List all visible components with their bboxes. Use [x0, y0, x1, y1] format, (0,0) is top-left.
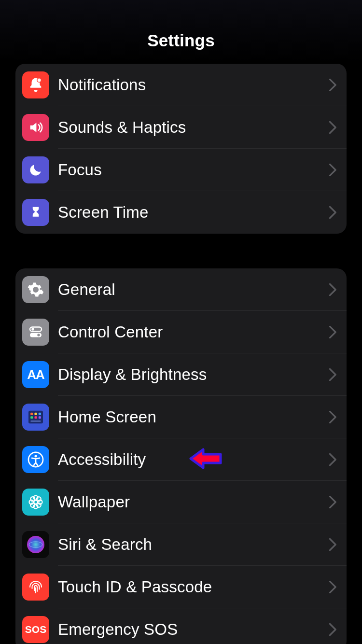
row-label: Emergency SOS: [58, 620, 178, 639]
settings-section-2: General Control Center AA Display & Brig…: [15, 268, 347, 644]
chevron-right-icon: [329, 79, 337, 91]
svg-point-4: [37, 334, 40, 336]
moon-icon: [22, 156, 49, 183]
svg-rect-6: [30, 413, 33, 415]
svg-rect-7: [35, 413, 37, 415]
svg-point-0: [37, 78, 42, 83]
row-notifications[interactable]: Notifications: [15, 64, 347, 106]
row-screen-time[interactable]: Screen Time: [15, 191, 347, 234]
chevron-right-icon: [329, 206, 337, 219]
chevron-right-icon: [329, 581, 337, 593]
flower-icon: [22, 489, 49, 516]
row-touch-id[interactable]: Touch ID & Passcode: [15, 566, 347, 608]
row-accessibility[interactable]: Accessibility: [15, 438, 347, 481]
svg-rect-11: [39, 416, 41, 419]
row-label: Notifications: [58, 76, 146, 94]
fingerprint-icon: [22, 574, 49, 601]
svg-rect-12: [30, 420, 41, 422]
chevron-right-icon: [329, 164, 337, 176]
chevron-right-icon: [329, 326, 337, 338]
row-home-screen[interactable]: Home Screen: [15, 396, 347, 438]
row-emergency-sos[interactable]: SOS Emergency SOS: [15, 608, 347, 644]
chevron-right-icon: [329, 368, 337, 381]
chevron-right-icon: [329, 121, 337, 134]
row-label: Siri & Search: [58, 535, 152, 554]
row-label: Focus: [58, 161, 102, 179]
chevron-right-icon: [329, 283, 337, 296]
chevron-right-icon: [329, 453, 337, 466]
row-general[interactable]: General: [15, 268, 347, 311]
row-control-center[interactable]: Control Center: [15, 311, 347, 353]
row-wallpaper[interactable]: Wallpaper: [15, 481, 347, 523]
row-label: Display & Brightness: [58, 365, 207, 384]
chevron-right-icon: [329, 496, 337, 508]
aa-icon: AA: [22, 361, 49, 388]
chevron-right-icon: [329, 538, 337, 551]
gear-icon: [22, 276, 49, 303]
row-label: Accessibility: [58, 450, 146, 469]
row-label: Home Screen: [58, 408, 156, 426]
row-siri-search[interactable]: Siri & Search: [15, 523, 347, 566]
page-title: Settings: [147, 31, 215, 50]
row-label: Screen Time: [58, 203, 148, 222]
settings-section-1: Notifications Sounds & Haptics Focus Scr…: [15, 64, 347, 234]
speaker-icon: [22, 114, 49, 141]
row-label: Sounds & Haptics: [58, 118, 186, 137]
highlight-arrow-icon: [187, 446, 224, 474]
person-circle-icon: [22, 446, 49, 473]
svg-rect-8: [39, 413, 41, 415]
svg-point-25: [27, 536, 44, 553]
row-label: Touch ID & Passcode: [58, 578, 212, 596]
chevron-right-icon: [329, 411, 337, 423]
chevron-right-icon: [329, 623, 337, 636]
row-label: General: [58, 280, 115, 299]
svg-rect-9: [30, 416, 33, 419]
hourglass-icon: [22, 199, 49, 226]
svg-point-2: [31, 328, 34, 330]
row-label: Wallpaper: [58, 493, 130, 511]
row-sounds-haptics[interactable]: Sounds & Haptics: [15, 106, 347, 149]
row-display-brightness[interactable]: AA Display & Brightness: [15, 353, 347, 396]
switches-icon: [22, 319, 49, 346]
siri-icon: [22, 531, 49, 558]
bell-icon: [22, 71, 49, 98]
svg-rect-10: [35, 416, 37, 419]
grid-icon: [22, 404, 49, 431]
row-focus[interactable]: Focus: [15, 149, 347, 191]
svg-point-14: [34, 455, 37, 457]
sos-icon: SOS: [22, 616, 49, 643]
row-label: Control Center: [58, 323, 163, 341]
navigation-header: Settings: [0, 0, 362, 62]
